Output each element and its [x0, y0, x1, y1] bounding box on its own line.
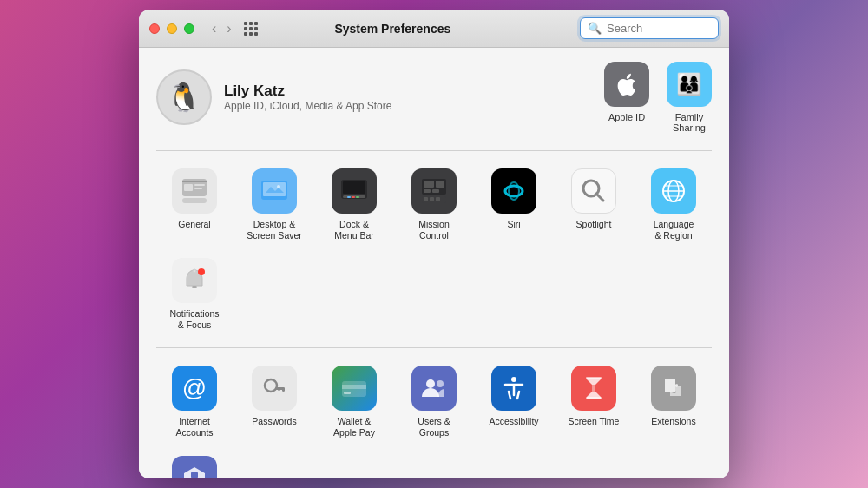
svg-rect-22 — [430, 197, 434, 201]
svg-rect-14 — [356, 196, 359, 198]
security-privacy-icon — [172, 456, 217, 478]
svg-rect-13 — [352, 196, 355, 198]
system-preferences-window: ‹ › System Preferences 🔍 🐧 Lily K — [139, 10, 729, 478]
svg-rect-17 — [436, 181, 444, 188]
family-sharing-label: Family Sharing — [673, 112, 706, 133]
family-sharing-icon: 👨‍👩‍👦 — [667, 62, 712, 107]
icon-grid-row1: General Desktop &Screen Saver Dock &Menu… — [156, 162, 712, 337]
content-area: 🐧 Lily Katz Apple ID, iCloud, Media & Ap… — [139, 48, 729, 478]
svg-point-36 — [265, 379, 277, 392]
pref-desktop-screen-saver[interactable]: Desktop &Screen Saver — [236, 162, 312, 247]
notifications-focus-icon — [172, 258, 217, 303]
wallet-apple-pay-icon — [332, 366, 377, 411]
svg-point-43 — [426, 379, 435, 388]
titlebar: ‹ › System Preferences 🔍 — [139, 10, 729, 48]
pref-dock-menu-bar[interactable]: Dock &Menu Bar — [316, 162, 392, 247]
language-region-label: Language& Region — [654, 219, 694, 241]
apple-id-label: Apple ID — [608, 112, 645, 122]
pref-general[interactable]: General — [156, 162, 233, 247]
svg-rect-46 — [586, 377, 602, 379]
siri-icon — [491, 168, 536, 214]
svg-point-35 — [198, 268, 205, 275]
pref-security-privacy[interactable]: Security& Privacy — [156, 449, 233, 478]
passwords-icon — [252, 366, 297, 411]
apple-id-action[interactable]: Apple ID — [604, 62, 649, 133]
pref-notifications-focus[interactable]: Notifications& Focus — [156, 251, 233, 337]
profile-name: Lily Katz — [224, 82, 391, 100]
pref-wallet-apple-pay[interactable]: Wallet &Apple Pay — [316, 359, 392, 445]
svg-rect-16 — [424, 181, 434, 188]
dock-menu-bar-label: Dock &Menu Bar — [334, 219, 374, 241]
family-sharing-action[interactable]: 👨‍👩‍👦 Family Sharing — [667, 62, 712, 133]
window-title: System Preferences — [206, 22, 580, 36]
wallet-apple-pay-label: Wallet &Apple Pay — [333, 416, 375, 438]
pref-extensions[interactable]: Extensions — [635, 359, 712, 445]
notifications-focus-label: Notifications& Focus — [169, 308, 219, 330]
divider-1 — [156, 150, 712, 151]
pref-spotlight[interactable]: Spotlight — [556, 162, 632, 247]
spotlight-icon — [571, 168, 616, 214]
profile-subtitle: Apple ID, iCloud, Media & App Store — [224, 100, 391, 112]
passwords-label: Passwords — [252, 416, 296, 427]
traffic-lights — [149, 23, 194, 34]
svg-rect-39 — [278, 387, 280, 391]
icon-grid-row2: @ InternetAccounts Passwords Wallet &App… — [156, 359, 712, 478]
pref-users-groups[interactable]: Users &Groups — [396, 359, 472, 445]
svg-rect-5 — [182, 198, 207, 203]
accessibility-label: Accessibility — [489, 416, 538, 427]
accessibility-icon — [491, 366, 536, 411]
svg-rect-47 — [586, 397, 602, 399]
svg-point-34 — [193, 269, 196, 273]
svg-rect-2 — [184, 184, 193, 191]
pref-screen-time[interactable]: Screen Time — [556, 359, 632, 445]
pref-accessibility[interactable]: Accessibility — [476, 359, 552, 445]
general-icon — [172, 168, 217, 214]
mission-control-label: MissionControl — [418, 219, 450, 241]
internet-accounts-icon: @ — [172, 366, 217, 411]
svg-line-27 — [596, 194, 603, 201]
close-button[interactable] — [149, 23, 160, 34]
pref-siri[interactable]: Siri — [476, 162, 552, 247]
dock-menu-bar-icon — [332, 168, 377, 214]
profile-actions: Apple ID 👨‍👩‍👦 Family Sharing — [604, 62, 712, 133]
svg-rect-48 — [191, 472, 198, 478]
minimize-button[interactable] — [167, 23, 177, 34]
svg-rect-38 — [282, 387, 285, 392]
general-label: General — [178, 219, 210, 230]
svg-point-8 — [277, 185, 280, 188]
search-input[interactable] — [607, 22, 711, 35]
extensions-icon — [651, 366, 696, 411]
siri-label: Siri — [507, 219, 520, 230]
svg-rect-4 — [194, 188, 202, 189]
svg-rect-10 — [343, 181, 365, 194]
profile-left: 🐧 Lily Katz Apple ID, iCloud, Media & Ap… — [156, 69, 391, 125]
extensions-label: Extensions — [651, 416, 695, 427]
svg-rect-41 — [342, 385, 366, 389]
svg-rect-12 — [347, 196, 351, 198]
search-bar[interactable]: 🔍 — [580, 17, 719, 39]
svg-rect-3 — [194, 184, 205, 186]
pref-passwords[interactable]: Passwords — [236, 359, 312, 445]
mission-control-icon — [411, 168, 457, 214]
svg-rect-21 — [424, 197, 428, 201]
desktop-screen-saver-icon — [252, 168, 297, 214]
pref-mission-control[interactable]: MissionControl — [396, 162, 472, 247]
internet-accounts-label: InternetAccounts — [175, 416, 213, 438]
users-groups-icon — [411, 366, 457, 411]
svg-rect-18 — [424, 189, 431, 193]
maximize-button[interactable] — [184, 23, 194, 34]
screen-time-label: Screen Time — [569, 416, 620, 427]
pref-internet-accounts[interactable]: @ InternetAccounts — [156, 359, 233, 445]
svg-rect-23 — [436, 197, 440, 201]
profile-info: Lily Katz Apple ID, iCloud, Media & App … — [224, 82, 391, 112]
divider-2 — [156, 347, 712, 348]
svg-point-45 — [511, 377, 516, 382]
spotlight-label: Spotlight — [576, 219, 612, 230]
avatar[interactable]: 🐧 — [156, 69, 212, 125]
apple-id-icon — [604, 62, 649, 107]
language-region-icon — [651, 168, 696, 214]
svg-rect-33 — [192, 286, 197, 288]
profile-section: 🐧 Lily Katz Apple ID, iCloud, Media & Ap… — [156, 62, 712, 133]
pref-language-region[interactable]: Language& Region — [635, 162, 712, 247]
svg-point-44 — [437, 380, 444, 387]
